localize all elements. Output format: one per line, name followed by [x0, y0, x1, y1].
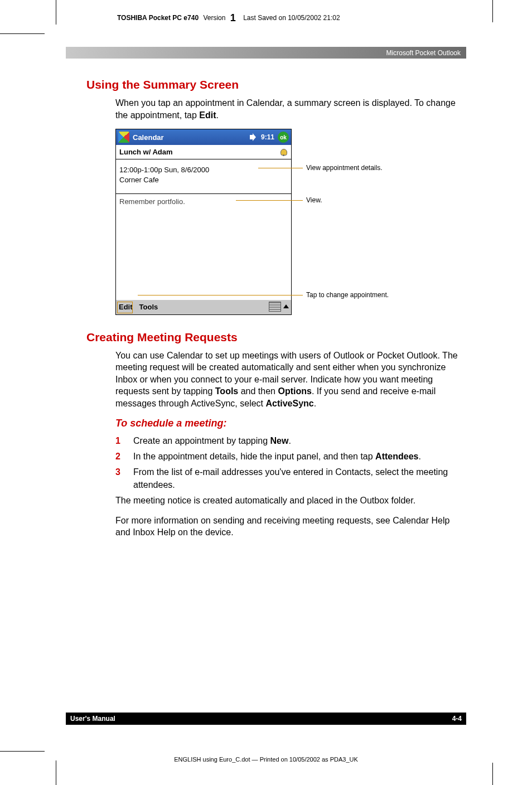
calendar-summary-screenshot: Calendar 9:11 ok Lunch w/ Adam 12:00p-1:… — [115, 129, 292, 314]
crop-mark — [0, 33, 45, 34]
appointment-notes: Remember portfolio. — [116, 194, 291, 300]
print-footer: ENGLISH using Euro_C.dot — Printed on 10… — [0, 756, 532, 763]
meeting-paragraph: You can use Calendar to set up meetings … — [115, 350, 466, 410]
subject-row: Lunch w/ Adam — [116, 145, 291, 159]
footer-page-number: 4-4 — [452, 715, 462, 723]
input-panel-caret-icon[interactable] — [283, 304, 289, 308]
start-flag-icon[interactable] — [118, 132, 129, 143]
bottom-menubar: Edit Tools — [116, 300, 291, 314]
footer-left: User's Manual — [70, 715, 115, 723]
step-number: 1 — [115, 435, 124, 447]
footer-bar: User's Manual 4-4 — [66, 713, 466, 725]
product-name: TOSHIBA Pocket PC e740 — [117, 14, 199, 22]
running-header: TOSHIBA Pocket PC e740 Version 1 Last Sa… — [117, 12, 465, 24]
section-heading-meeting: Creating Meeting Requests — [86, 331, 466, 344]
clock-time[interactable]: 9:11 — [261, 133, 274, 141]
menu-edit[interactable]: Edit — [119, 303, 133, 311]
step-item: 3 From the list of e-mail addresses you'… — [115, 466, 466, 491]
more-info-paragraph: For more information on sending and rece… — [115, 515, 466, 539]
version-number: 1 — [230, 12, 236, 23]
window-titlebar: Calendar 9:11 ok — [116, 129, 291, 145]
steps-list: 1 Create an appointment by tapping New. … — [115, 435, 466, 492]
app-title: Calendar — [133, 133, 246, 142]
step-text: In the appointment details, hide the inp… — [133, 450, 466, 463]
menu-tools[interactable]: Tools — [139, 303, 158, 311]
callout-details: View appointment details. — [306, 164, 383, 172]
detail-datetime: 12:00p-1:00p Sun, 8/6/2000 — [119, 165, 288, 175]
callout-view: View. — [306, 196, 322, 204]
crop-mark — [492, 0, 493, 22]
version-label: Version — [203, 14, 225, 22]
outbox-paragraph: The meeting notice is created automatica… — [115, 495, 466, 507]
appointment-details: 12:00p-1:00p Sun, 8/6/2000 Corner Cafe — [116, 159, 291, 193]
step-number: 3 — [115, 466, 124, 491]
keyboard-icon[interactable] — [269, 302, 281, 312]
crop-mark — [56, 760, 56, 785]
chapter-title: Microsoft Pocket Outlook — [386, 49, 461, 57]
detail-location: Corner Cafe — [119, 175, 288, 185]
intro-paragraph: When you tap an appointment in Calendar,… — [115, 97, 466, 121]
callout-change: Tap to change appointment. — [306, 291, 389, 299]
subheading-schedule: To schedule a meeting: — [115, 418, 466, 429]
step-text: Create an appointment by tapping New. — [133, 435, 466, 447]
callout-line — [236, 200, 303, 201]
callout-line — [258, 168, 303, 168]
saved-timestamp: Last Saved on 10/05/2002 21:02 — [243, 14, 340, 22]
crop-mark — [56, 0, 56, 25]
callout-line — [138, 295, 303, 295]
reminder-bell-icon[interactable] — [279, 148, 288, 157]
chapter-banner: Microsoft Pocket Outlook — [66, 47, 466, 59]
section-heading-summary: Using the Summary Screen — [86, 78, 466, 91]
appointment-subject: Lunch w/ Adam — [119, 148, 173, 156]
speaker-icon[interactable] — [250, 133, 258, 141]
crop-mark — [0, 751, 45, 752]
step-item: 1 Create an appointment by tapping New. — [115, 435, 466, 447]
ok-button[interactable]: ok — [278, 132, 289, 143]
step-text: From the list of e-mail addresses you've… — [133, 466, 466, 491]
crop-mark — [492, 763, 493, 785]
step-number: 2 — [115, 450, 124, 463]
step-item: 2 In the appointment details, hide the i… — [115, 450, 466, 463]
